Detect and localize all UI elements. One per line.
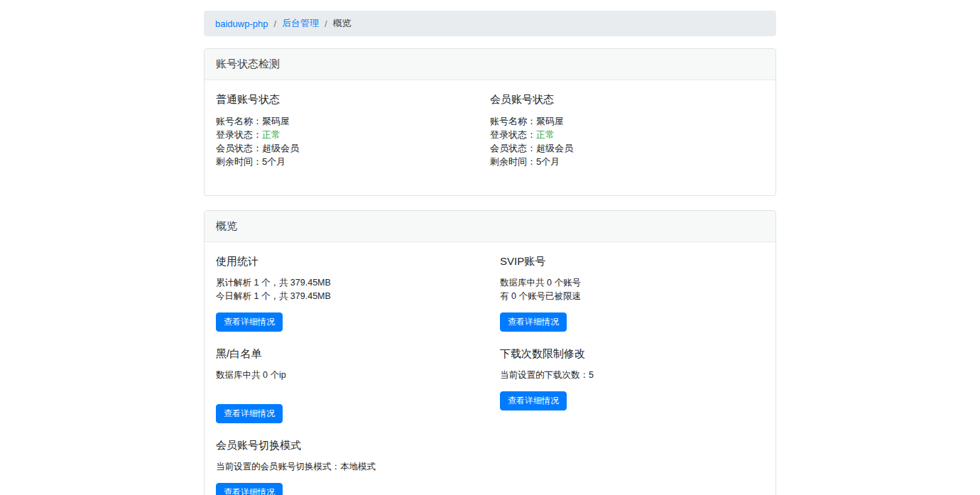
field-label: 登录状态： [216, 129, 262, 140]
breadcrumb-separator: / [325, 18, 327, 29]
field-remaining-time: 剩余时间：5个月 [490, 155, 764, 168]
view-details-button-switch-mode[interactable]: 查看详细情况 [216, 483, 283, 495]
section-usage-stats: 使用统计 累计解析 1 个，共 379.45MB 今日解析 1 个，共 379.… [216, 254, 490, 332]
view-details-button-usage[interactable]: 查看详细情况 [216, 312, 283, 332]
field-label: 账号名称： [216, 116, 262, 126]
view-details-button-blacklist[interactable]: 查看详细情况 [216, 404, 283, 423]
breadcrumb-separator: / [273, 18, 276, 29]
account-status-card-body: 普通账号状态 账号名称：聚码屋 登录状态：正常 会员状态：超级会员 剩余时间：5… [205, 80, 775, 195]
usage-today-line: 今日解析 1 个，共 379.45MB [216, 290, 490, 303]
section-heading: 下载次数限制修改 [500, 346, 764, 361]
svip-limited-line: 有 0 个账号已被限速 [500, 290, 764, 303]
field-label: 账号名称： [490, 116, 536, 126]
section-vip-switch-mode: 会员账号切换模式 当前设置的会员账号切换模式：本地模式 查看详细情况 [216, 437, 490, 495]
breadcrumb-current: 概览 [333, 17, 352, 30]
overview-card: 概览 使用统计 累计解析 1 个，共 379.45MB 今日解析 1 个，共 3… [204, 210, 776, 495]
section-heading: SVIP账号 [500, 254, 764, 269]
ip-count-line: 数据库中共 0 个ip [216, 369, 490, 382]
normal-account-status-block: 普通账号状态 账号名称：聚码屋 登录状态：正常 会员状态：超级会员 剩余时间：5… [216, 92, 490, 168]
section-heading: 使用统计 [216, 254, 490, 269]
vip-account-heading: 会员账号状态 [490, 92, 764, 107]
section-svip-account: SVIP账号 数据库中共 0 个账号 有 0 个账号已被限速 查看详细情况 [500, 254, 764, 332]
overview-card-title: 概览 [205, 211, 775, 242]
account-status-card-title: 账号状态检测 [205, 49, 775, 80]
login-status-value: 正常 [536, 129, 555, 140]
view-details-button-svip[interactable]: 查看详细情况 [500, 312, 567, 332]
field-account-name: 账号名称：聚码屋 [490, 114, 764, 128]
field-value: 聚码屋 [262, 116, 290, 126]
field-login-status: 登录状态：正常 [490, 128, 764, 141]
field-value: 超级会员 [536, 143, 573, 153]
vip-account-status-block: 会员账号状态 账号名称：聚码屋 登录状态：正常 会员状态：超级会员 剩余时间：5… [490, 92, 764, 168]
overview-card-body: 使用统计 累计解析 1 个，共 379.45MB 今日解析 1 个，共 379.… [205, 242, 775, 495]
login-status-value: 正常 [262, 129, 281, 140]
account-status-card: 账号状态检测 普通账号状态 账号名称：聚码屋 登录状态：正常 会员状态：超级会员… [204, 48, 776, 196]
overview-left-column: 使用统计 累计解析 1 个，共 379.45MB 今日解析 1 个，共 379.… [216, 254, 490, 495]
field-value: 聚码屋 [536, 116, 564, 126]
admin-overview-page: baiduwp-php / 后台管理 / 概览 账号状态检测 普通账号状态 账号… [204, 0, 776, 495]
breadcrumb: baiduwp-php / 后台管理 / 概览 [204, 11, 776, 36]
field-label: 会员状态： [216, 143, 262, 153]
field-vip-status: 会员状态：超级会员 [490, 141, 764, 155]
field-label: 会员状态： [490, 143, 536, 153]
svip-count-line: 数据库中共 0 个账号 [500, 276, 764, 290]
normal-account-heading: 普通账号状态 [216, 92, 490, 107]
breadcrumb-link-admin[interactable]: 后台管理 [282, 17, 319, 30]
section-download-limit: 下载次数限制修改 当前设置的下载次数：5 查看详细情况 [500, 346, 764, 410]
view-details-button-download-limit[interactable]: 查看详细情况 [500, 391, 567, 410]
usage-total-line: 累计解析 1 个，共 379.45MB [216, 276, 490, 290]
field-value: 5个月 [262, 156, 285, 167]
field-remaining-time: 剩余时间：5个月 [216, 155, 490, 168]
field-value: 超级会员 [262, 143, 299, 153]
download-limit-line: 当前设置的下载次数：5 [500, 369, 764, 382]
field-value: 5个月 [536, 156, 560, 167]
section-heading: 会员账号切换模式 [216, 437, 490, 453]
switch-mode-line: 当前设置的会员账号切换模式：本地模式 [216, 460, 490, 474]
overview-right-column: SVIP账号 数据库中共 0 个账号 有 0 个账号已被限速 查看详细情况 下载… [490, 254, 764, 495]
field-label: 剩余时间： [216, 156, 262, 167]
section-black-white-list: 黑/白名单 数据库中共 0 个ip 查看详细情况 [216, 346, 490, 423]
breadcrumb-link-baiduwp-php[interactable]: baiduwp-php [215, 18, 268, 29]
field-vip-status: 会员状态：超级会员 [216, 141, 490, 155]
field-login-status: 登录状态：正常 [216, 128, 490, 141]
field-label: 登录状态： [490, 129, 536, 140]
field-label: 剩余时间： [490, 156, 536, 167]
field-account-name: 账号名称：聚码屋 [216, 114, 490, 128]
section-heading: 黑/白名单 [216, 346, 490, 361]
